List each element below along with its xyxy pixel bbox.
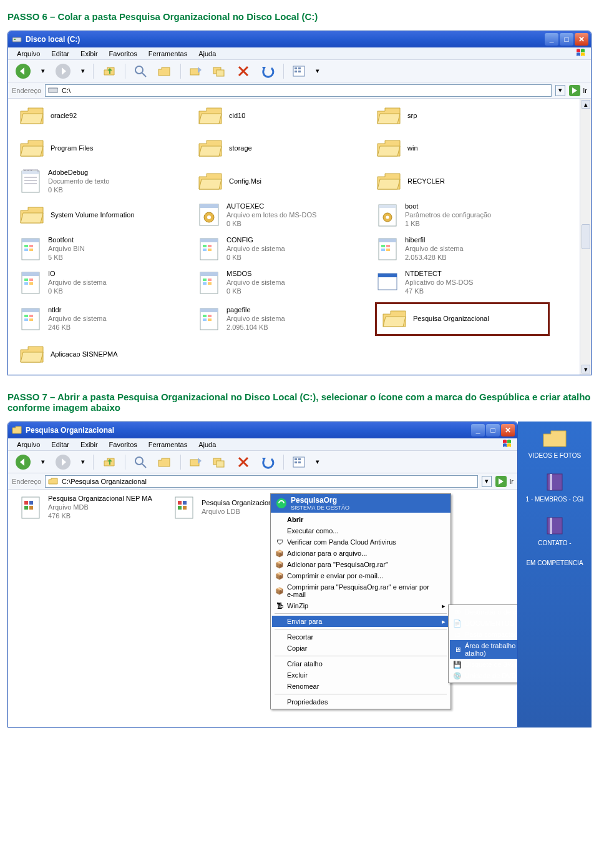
context-submenu-item[interactable]: 📄DOCUMENTOS <box>450 618 518 629</box>
back-dropdown-icon[interactable]: ▾ <box>38 456 48 468</box>
up-button[interactable] <box>99 62 120 81</box>
minimize-button[interactable]: _ <box>471 424 485 436</box>
file-item[interactable]: hiberfilArquivo de sistema2.053.428 KB <box>375 235 550 264</box>
context-menu-item[interactable]: 🛡Verificar com Panda Cloud Antivirus <box>272 536 449 548</box>
context-submenu-item[interactable]: ✉Destinatário de correio <box>450 606 518 618</box>
context-menu-item[interactable]: 📦Adicionar para o arquivo... <box>272 548 449 559</box>
file-item[interactable]: AdobeDebugDocumento de texto0 KB <box>18 167 193 196</box>
scroll-up-icon[interactable]: ▴ <box>582 100 590 109</box>
views-button[interactable] <box>289 63 309 79</box>
desktop-shortcut[interactable]: 1 - MEMBROS - CGI <box>526 470 584 503</box>
context-menu-item[interactable]: 🗜WinZip▸ <box>272 600 449 611</box>
file-item[interactable]: AUTOEXECArquivo em lotes do MS-DOS0 KB <box>197 201 371 230</box>
desktop-shortcut[interactable]: CONTATO - <box>538 514 571 546</box>
maximize-button[interactable]: □ <box>560 33 573 46</box>
desktop-shortcut[interactable]: EM COMPETENCIA <box>526 558 583 566</box>
file-item[interactable]: MSDOSArquivo de sistema0 KB <box>197 269 371 297</box>
context-menu-item[interactable]: Criar atalho <box>272 658 449 669</box>
back-dropdown-icon[interactable]: ▾ <box>38 65 48 77</box>
menu-arquivo[interactable]: Arquivo <box>12 49 45 59</box>
move-to-button[interactable] <box>186 454 206 470</box>
file-item[interactable]: Pesquisa Organizacional <box>375 302 550 336</box>
views-dropdown-icon[interactable]: ▾ <box>313 456 323 468</box>
context-menu-item[interactable]: Renomear <box>272 681 449 692</box>
folders-button[interactable] <box>154 453 175 471</box>
context-menu-item[interactable]: 📦Adicionar para "PesquisaOrg.rar" <box>272 559 449 570</box>
menu-exibir[interactable]: Exibir <box>75 440 103 450</box>
context-menu-item[interactable]: Excluir <box>272 669 449 681</box>
context-submenu-item[interactable]: 🖥Área de trabalho (criar atalho) <box>450 640 518 659</box>
context-menu-item[interactable]: Copiar <box>272 643 449 654</box>
file-item[interactable]: storage <box>197 135 371 162</box>
menu-exibir[interactable]: Exibir <box>75 49 103 59</box>
file-item[interactable]: CONFIGArquivo de sistema0 KB <box>197 235 371 264</box>
delete-button[interactable] <box>233 62 253 80</box>
file-item[interactable]: Aplicacao SISNEPMA <box>18 341 193 368</box>
file-item[interactable]: ntldrArquivo de sistema246 KB <box>18 302 193 336</box>
menu-arquivo[interactable]: Arquivo <box>12 440 45 450</box>
desktop-shortcut[interactable]: VIDEOS E FOTOS <box>528 428 581 459</box>
context-submenu[interactable]: ✉Destinatário de correio📄DOCUMENTOS🗂Past… <box>448 604 518 683</box>
context-submenu-item[interactable]: 💾Disquete de 3½ (A:) <box>450 659 518 670</box>
file-item[interactable]: Config.Msi <box>197 167 371 196</box>
menu-favoritos[interactable]: Favoritos <box>104 49 142 59</box>
address-dropdown-icon[interactable]: ▾ <box>482 476 492 487</box>
context-submenu-item[interactable]: 💿Unidade de DVD-RAM (D:) <box>450 670 518 681</box>
copy-to-button[interactable] <box>210 454 230 470</box>
context-menu-item[interactable]: Recortar <box>272 631 449 643</box>
scroll-thumb[interactable] <box>582 224 590 249</box>
search-button[interactable] <box>130 453 150 471</box>
file-item[interactable]: RECYCLER <box>375 167 550 196</box>
address-input[interactable]: C:\ <box>45 84 552 97</box>
titlebar[interactable]: Pesquisa Organizacional _ □ ✕ <box>8 422 517 438</box>
titlebar[interactable]: Disco local (C:) _ □ ✕ <box>8 31 591 47</box>
file-item[interactable]: Program Files <box>18 135 193 162</box>
forward-dropdown-icon[interactable]: ▾ <box>78 65 88 77</box>
search-button[interactable] <box>130 62 150 80</box>
back-button[interactable] <box>12 61 34 81</box>
undo-button[interactable] <box>257 453 278 471</box>
context-menu-item[interactable]: Abrir <box>272 514 449 525</box>
menu-ajuda[interactable]: Ajuda <box>193 49 221 59</box>
scrollbar[interactable]: ▴ ▾ <box>580 99 591 375</box>
forward-button[interactable] <box>52 452 74 472</box>
back-button[interactable] <box>12 452 34 472</box>
file-item[interactable]: cid10 <box>197 102 371 130</box>
forward-dropdown-icon[interactable]: ▾ <box>78 456 88 468</box>
forward-button[interactable] <box>52 61 74 81</box>
file-item[interactable]: System Volume Information <box>18 201 193 230</box>
copy-to-button[interactable] <box>210 63 230 79</box>
menu-editar[interactable]: Editar <box>46 440 74 450</box>
scroll-down-icon[interactable]: ▾ <box>582 365 590 373</box>
file-pane[interactable]: Pesquisa Organizacional NEP MAArquivo MD… <box>8 490 517 727</box>
context-menu-item[interactable]: Enviar para▸✉Destinatário de correio📄DOC… <box>272 616 449 627</box>
file-item[interactable]: oracle92 <box>18 102 193 130</box>
file-pane[interactable]: oracle92cid10srpProgram FilesstoragewinA… <box>8 99 580 375</box>
file-item[interactable]: Pesquisa Organizacional NEP MAArquivo MD… <box>18 493 168 522</box>
up-button[interactable] <box>99 453 120 471</box>
file-item[interactable]: pagefileArquivo de sistema2.095.104 KB <box>197 302 371 336</box>
go-button[interactable]: Ir <box>569 85 587 96</box>
views-dropdown-icon[interactable]: ▾ <box>313 65 323 77</box>
folders-button[interactable] <box>154 62 175 80</box>
menu-editar[interactable]: Editar <box>46 49 74 59</box>
context-menu-item[interactable]: Propriedades <box>272 696 449 708</box>
views-button[interactable] <box>289 454 309 470</box>
file-item[interactable]: NTDETECTAplicativo do MS-DOS47 KB <box>375 269 550 297</box>
menu-ferramentas[interactable]: Ferramentas <box>144 440 192 450</box>
close-button[interactable]: ✕ <box>575 33 588 46</box>
context-menu-item[interactable]: 📦Comprimir para "PesquisaOrg.rar" e envi… <box>272 581 449 600</box>
menu-ajuda[interactable]: Ajuda <box>193 440 221 450</box>
context-submenu-item[interactable]: 🗂Pasta compactada (zipada) <box>450 629 518 640</box>
minimize-button[interactable]: _ <box>545 33 558 46</box>
file-item[interactable]: IOArquivo de sistema0 KB <box>18 269 193 297</box>
move-to-button[interactable] <box>186 63 206 79</box>
file-item[interactable]: BootfontArquivo BIN5 KB <box>18 235 193 264</box>
go-button[interactable]: Ir <box>495 476 514 487</box>
undo-button[interactable] <box>257 62 278 80</box>
context-menu[interactable]: PesquisaOrg SISTEMA DE GESTÃO AbrirExecu… <box>270 493 451 709</box>
maximize-button[interactable]: □ <box>486 424 500 436</box>
menu-favoritos[interactable]: Favoritos <box>104 440 142 450</box>
context-menu-item[interactable]: 📦Comprimir e enviar por e-mail... <box>272 570 449 581</box>
file-item[interactable]: srp <box>375 102 550 130</box>
